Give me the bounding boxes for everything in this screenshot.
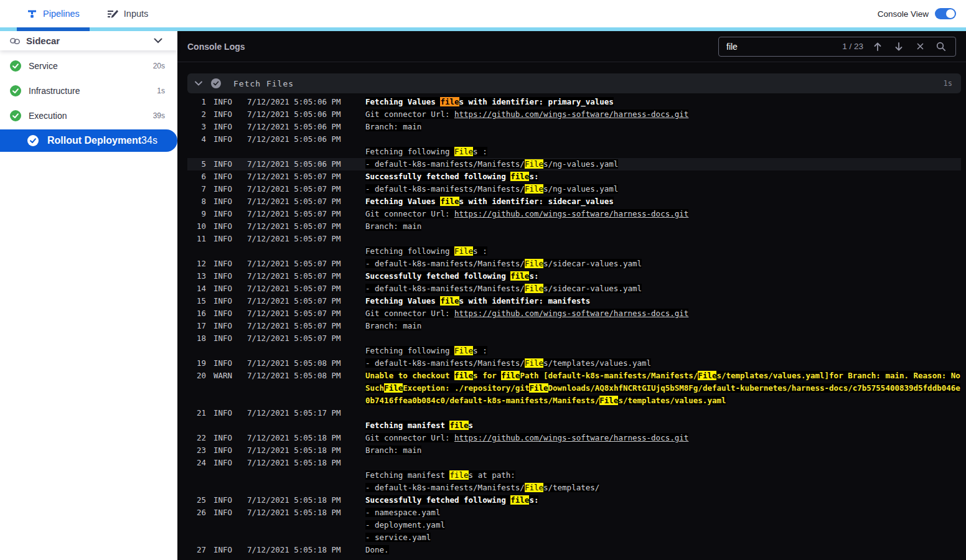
log-level: INFO xyxy=(213,407,240,419)
step-duration: 39s xyxy=(153,111,165,120)
search-icon[interactable] xyxy=(932,38,950,55)
log-search-box: 1 / 23 xyxy=(718,37,956,57)
tab-inputs-label: Inputs xyxy=(124,9,149,19)
console-header: Console Logs 1 / 23 xyxy=(177,31,966,62)
log-message: - default-k8s-manifests/Manifests/Files/… xyxy=(365,482,961,494)
log-row: 16INFO7/12/2021 5:05:07 PMGit connector … xyxy=(187,307,961,320)
log-level: INFO xyxy=(213,282,240,295)
step-label: Rollout Deployment xyxy=(47,135,141,146)
tab-pipelines[interactable]: Pipelines xyxy=(17,0,90,27)
log-row: 17INFO7/12/2021 5:05:07 PMBranch: main xyxy=(187,320,961,332)
log-level: INFO xyxy=(213,183,240,195)
log-row: 27INFO7/12/2021 5:05:18 PMDone. xyxy=(187,544,961,556)
log-row: 14INFO7/12/2021 5:05:07 PM- default-k8s-… xyxy=(187,282,961,295)
step-label: Service xyxy=(29,61,58,71)
log-timestamp: 7/12/2021 5:05:07 PM xyxy=(247,220,342,233)
log-level: INFO xyxy=(213,444,240,457)
log-row: 15INFO7/12/2021 5:05:07 PMFetching Value… xyxy=(187,295,961,307)
step-execution[interactable]: Execution 39s xyxy=(0,103,177,128)
log-message: Fetching manifest files at path: xyxy=(365,469,961,482)
log-line-number: 4 xyxy=(190,133,206,146)
log-timestamp: 7/12/2021 5:05:18 PM xyxy=(247,506,342,519)
log-line-number: 6 xyxy=(190,170,206,183)
step-infrastructure[interactable]: Infrastructure 1s xyxy=(0,78,177,103)
log-line-number: 21 xyxy=(190,407,206,419)
link-icon xyxy=(10,38,20,44)
log-line-number: 19 xyxy=(190,357,206,370)
log-row: 19INFO7/12/2021 5:05:08 PM- default-k8s-… xyxy=(187,357,961,370)
log-line-number: 5 xyxy=(190,158,206,170)
log-rows: 1INFO7/12/2021 5:05:06 PMFetching Values… xyxy=(187,96,961,556)
step-rollout-deployment[interactable]: Rollout Deployment 34s xyxy=(0,129,177,152)
inputs-icon xyxy=(107,9,118,19)
log-message: - namespace.yaml xyxy=(365,506,961,519)
log-level: INFO xyxy=(213,457,240,469)
log-timestamp: 7/12/2021 5:05:07 PM xyxy=(247,233,342,245)
search-match: file xyxy=(510,495,529,505)
step-service[interactable]: Service 20s xyxy=(0,54,177,78)
log-link[interactable]: https://github.com/wings-software/harnes… xyxy=(454,309,688,318)
log-line-number: 3 xyxy=(190,121,206,133)
log-message: - default-k8s-manifests/Manifests/Files/… xyxy=(365,183,961,195)
console-view-toggle[interactable] xyxy=(935,8,956,19)
next-match-button[interactable] xyxy=(889,38,908,55)
log-group-header[interactable]: Fetch Files 1s xyxy=(187,73,961,93)
search-input[interactable] xyxy=(726,42,840,52)
log-timestamp: 7/12/2021 5:05:07 PM xyxy=(247,195,342,208)
log-message: Successfully fetched following files: xyxy=(365,494,961,506)
log-line-number: 22 xyxy=(190,432,206,444)
step-duration: 1s xyxy=(157,86,165,95)
prev-match-button[interactable] xyxy=(868,38,887,55)
search-match: file xyxy=(440,296,459,306)
log-message: Fetching following Files : xyxy=(365,146,961,158)
log-message: Fetching Values files with identifier: s… xyxy=(365,195,961,208)
log-timestamp: 7/12/2021 5:05:07 PM xyxy=(247,208,342,220)
search-match: File xyxy=(525,159,543,169)
search-match: file xyxy=(454,371,473,380)
log-timestamp: 7/12/2021 5:05:07 PM xyxy=(247,183,342,195)
log-timestamp: 7/12/2021 5:05:06 PM xyxy=(247,133,342,146)
log-line-number: 24 xyxy=(190,457,206,469)
log-timestamp: 7/12/2021 5:05:18 PM xyxy=(247,432,342,444)
log-link[interactable]: https://github.com/wings-software/harnes… xyxy=(454,209,688,218)
log-line-number: 18 xyxy=(190,332,206,345)
log-row: - service.yaml xyxy=(187,531,961,544)
stage-header-sidecar[interactable]: Sidecar xyxy=(0,31,177,50)
log-timestamp: 7/12/2021 5:05:06 PM xyxy=(247,96,342,108)
log-level: INFO xyxy=(213,506,240,519)
success-check-icon xyxy=(10,60,21,72)
chevron-down-icon[interactable] xyxy=(195,81,202,86)
log-line-number: 13 xyxy=(190,270,206,282)
success-check-icon xyxy=(10,85,21,96)
log-line-number: 12 xyxy=(190,258,206,270)
log-message: Done. xyxy=(365,544,961,556)
log-line-number: 20 xyxy=(190,370,206,382)
console-body: Fetch Files 1s 1INFO7/12/2021 5:05:06 PM… xyxy=(177,62,966,560)
log-row: Fetching manifest files at path: xyxy=(187,469,961,482)
top-navigation: Pipelines Inputs Console View xyxy=(0,0,966,27)
log-link[interactable]: https://github.com/wings-software/harnes… xyxy=(454,433,688,442)
log-message: Branch: main xyxy=(365,121,961,133)
tab-inputs[interactable]: Inputs xyxy=(97,0,159,27)
log-level: INFO xyxy=(213,307,240,320)
log-row: 24INFO7/12/2021 5:05:18 PM xyxy=(187,457,961,469)
log-timestamp: 7/12/2021 5:05:18 PM xyxy=(247,494,342,506)
success-check-icon xyxy=(27,135,39,146)
toggle-knob xyxy=(946,9,955,18)
log-timestamp: 7/12/2021 5:05:07 PM xyxy=(247,332,342,345)
stage-label: Sidecar xyxy=(26,35,60,46)
log-level: INFO xyxy=(213,357,240,370)
log-level: INFO xyxy=(213,121,240,133)
clear-search-icon[interactable] xyxy=(911,38,929,55)
search-match: File xyxy=(525,284,543,293)
chevron-down-icon[interactable] xyxy=(154,38,162,44)
log-link[interactable]: https://github.com/wings-software/harnes… xyxy=(454,110,688,119)
log-line-number: 25 xyxy=(190,494,206,506)
log-timestamp: 7/12/2021 5:05:07 PM xyxy=(247,295,342,307)
log-message: - default-k8s-manifests/Manifests/Files/… xyxy=(365,258,961,270)
log-message: - default-k8s-manifests/Manifests/Files/… xyxy=(365,357,961,370)
log-row: 8INFO7/12/2021 5:05:07 PMFetching Values… xyxy=(187,195,961,208)
log-message: Git connector Url: https://github.com/wi… xyxy=(365,432,961,444)
search-match: File xyxy=(454,246,473,256)
log-level: INFO xyxy=(213,108,240,121)
